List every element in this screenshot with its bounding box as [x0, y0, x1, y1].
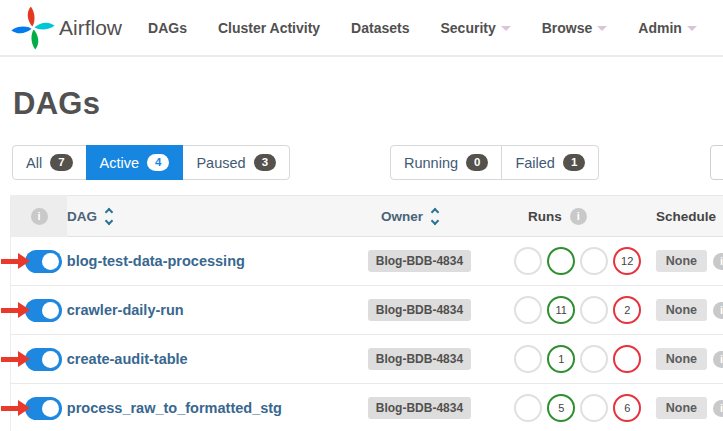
run-circle-running[interactable]	[580, 247, 608, 275]
chevron-down-icon	[501, 26, 511, 31]
dag-link[interactable]: blog-test-data-processing	[67, 253, 245, 269]
count-badge: 3	[254, 154, 276, 172]
toggle-knob	[42, 400, 59, 417]
run-circle-success[interactable]: 5	[547, 394, 575, 422]
nav-item-dags[interactable]: DAGs	[148, 20, 187, 36]
info-icon: i	[570, 208, 587, 225]
run-circle-running[interactable]	[580, 394, 608, 422]
count-badge: 1	[563, 154, 585, 172]
brand-name[interactable]: Airflow	[59, 16, 122, 40]
run-circle-queued[interactable]	[514, 394, 542, 422]
info-icon: i	[713, 302, 723, 319]
dag-pause-toggle[interactable]	[25, 348, 62, 371]
state-filter-group: All7Active4Paused3	[12, 145, 290, 180]
filter-tab-label: All	[26, 155, 42, 171]
filter-tab-failed[interactable]: Failed1	[501, 145, 599, 180]
schedule-badge[interactable]: None	[656, 348, 707, 370]
dag-link[interactable]: crawler-daily-run	[67, 302, 184, 318]
filter-tab-active[interactable]: Active4	[86, 145, 184, 180]
table-row: crawler-daily-runBlog-BDB-4834112Nonei	[11, 286, 723, 335]
owner-cell: Blog-BDB-4834	[363, 348, 514, 370]
dag-toggle-cell	[11, 250, 67, 273]
count-badge: 4	[147, 154, 169, 172]
owner-cell: Blog-BDB-4834	[363, 397, 514, 419]
nav-item-label: Admin	[638, 20, 682, 36]
schedule-badge[interactable]: None	[656, 250, 707, 272]
dag-name-cell: create-audit-table	[67, 351, 363, 367]
filter-tab-running[interactable]: Running0	[390, 145, 502, 180]
runs-cell: 56	[514, 394, 654, 422]
schedule-column-header: Schedule	[656, 209, 716, 224]
dags-table: i DAG Owner Runs i Schedule blog-test-da…	[10, 195, 723, 431]
run-circle-success[interactable]: 11	[547, 296, 575, 324]
info-icon: i	[713, 351, 723, 368]
dag-column-header[interactable]: DAG	[67, 209, 364, 224]
navbar: Airflow DAGsCluster ActivityDatasetsSecu…	[0, 0, 723, 57]
nav-item-label: DAGs	[148, 20, 187, 36]
owner-badge[interactable]: Blog-BDB-4834	[368, 299, 471, 321]
chevron-down-icon	[687, 26, 697, 31]
table-row: process_raw_to_formatted_stgBlog-BDB-483…	[11, 384, 723, 431]
runs-header-label: Runs	[528, 209, 562, 224]
schedule-cell: Nonei	[654, 397, 723, 419]
info-icon: i	[713, 253, 723, 270]
dag-link[interactable]: process_raw_to_formatted_stg	[67, 400, 282, 416]
run-circle-success[interactable]: 1	[547, 345, 575, 373]
filter-tab-label: Running	[404, 155, 458, 171]
filter-tab-paused[interactable]: Paused3	[182, 145, 290, 180]
owner-header-label: Owner	[381, 209, 423, 224]
run-circle-running[interactable]	[580, 296, 608, 324]
run-circle-failed[interactable]: 12	[613, 247, 641, 275]
schedule-header-label: Schedule	[656, 209, 716, 224]
schedule-badge[interactable]: None	[656, 397, 707, 419]
run-circle-queued[interactable]	[514, 296, 542, 324]
dag-toggle-cell	[11, 397, 67, 420]
nav-item-security[interactable]: Security	[440, 20, 510, 36]
owner-badge[interactable]: Blog-BDB-4834	[368, 250, 471, 272]
schedule-badge[interactable]: None	[656, 299, 707, 321]
nav-item-browse[interactable]: Browse	[542, 20, 608, 36]
runs-cell: 1	[514, 345, 654, 373]
owner-cell: Blog-BDB-4834	[363, 299, 514, 321]
run-circle-queued[interactable]	[514, 247, 542, 275]
owner-column-header[interactable]: Owner	[364, 209, 516, 224]
dag-pause-toggle[interactable]	[25, 397, 62, 420]
schedule-cell: Nonei	[654, 299, 723, 321]
table-header-row: i DAG Owner Runs i Schedule	[11, 195, 723, 237]
table-body: blog-test-data-processingBlog-BDB-483412…	[11, 237, 723, 431]
nav-item-datasets[interactable]: Datasets	[351, 20, 409, 36]
runs-cell: 112	[514, 296, 654, 324]
dag-toggle-cell	[11, 299, 67, 322]
dag-pause-toggle[interactable]	[25, 299, 62, 322]
run-circle-running[interactable]	[580, 345, 608, 373]
airflow-dags-page: Airflow DAGsCluster ActivityDatasetsSecu…	[0, 0, 723, 431]
table-row: create-audit-tableBlog-BDB-48341Nonei	[11, 335, 723, 384]
chevron-down-icon	[597, 26, 607, 31]
info-icon: i	[31, 208, 48, 225]
toggle-knob	[42, 302, 59, 319]
search-input-partial[interactable]	[710, 145, 723, 180]
toggle-column-header: i	[11, 195, 67, 237]
sort-icon[interactable]	[432, 209, 438, 224]
schedule-cell: Nonei	[654, 348, 723, 370]
run-circle-success[interactable]	[547, 247, 575, 275]
dag-link[interactable]: create-audit-table	[67, 351, 188, 367]
run-circle-failed[interactable]: 2	[613, 296, 641, 324]
count-badge: 0	[466, 154, 488, 172]
owner-badge[interactable]: Blog-BDB-4834	[368, 397, 471, 419]
dag-header-label: DAG	[67, 209, 97, 224]
filter-tab-all[interactable]: All7	[12, 145, 87, 180]
run-circle-failed[interactable]	[613, 345, 641, 373]
run-circle-failed[interactable]: 6	[613, 394, 641, 422]
run-circle-queued[interactable]	[514, 345, 542, 373]
runs-column-header: Runs i	[516, 208, 656, 225]
count-badge: 7	[50, 154, 72, 172]
info-icon: i	[713, 400, 723, 417]
nav-item-cluster-activity[interactable]: Cluster Activity	[218, 20, 320, 36]
owner-badge[interactable]: Blog-BDB-4834	[368, 348, 471, 370]
nav-item-admin[interactable]: Admin	[638, 20, 697, 36]
dag-pause-toggle[interactable]	[25, 250, 62, 273]
sort-icon[interactable]	[106, 209, 112, 224]
nav-items: DAGsCluster ActivityDatasetsSecurityBrow…	[148, 20, 723, 36]
dag-toggle-cell	[11, 348, 67, 371]
